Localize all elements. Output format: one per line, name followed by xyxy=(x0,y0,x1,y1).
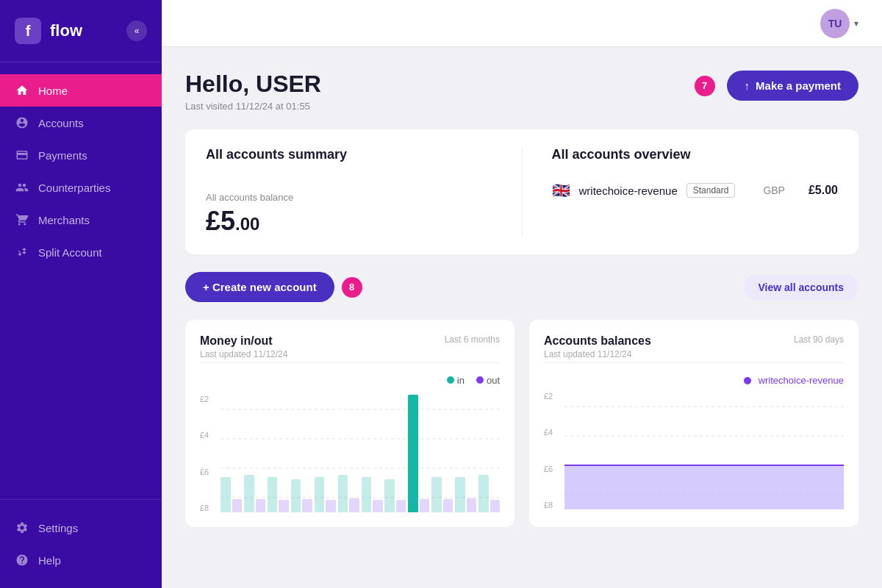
sidebar-item-payments-label: Payments xyxy=(38,149,87,162)
balance-legend-dot xyxy=(744,377,751,384)
chevron-down-icon: ▾ xyxy=(854,18,858,29)
last-visited-text: Last visited 11/12/24 at 01:55 xyxy=(185,101,321,112)
bar-group xyxy=(220,477,242,512)
bar-in xyxy=(455,477,465,512)
help-icon xyxy=(15,553,29,567)
hero-actions: 7 ↑ Make a payment xyxy=(695,71,858,101)
logo-text: flow xyxy=(50,21,82,40)
bar-in xyxy=(268,477,277,512)
bar-group xyxy=(478,475,500,512)
sidebar-item-help-label: Help xyxy=(38,554,61,567)
bar-out xyxy=(467,498,476,512)
bar-group xyxy=(431,477,453,512)
bar-chart-container: £8 £6 £4 £2 xyxy=(200,395,500,512)
account-row: 🇬🇧 writechoice-revenue Standard GBP £5.0… xyxy=(552,174,839,207)
sidebar-item-help[interactable]: Help xyxy=(0,544,162,576)
sidebar-item-accounts-label: Accounts xyxy=(38,117,84,129)
money-inout-chart-card: Money in/out Last updated 11/12/24 Last … xyxy=(185,320,514,527)
line-chart-container: £8 £6 £4 £2 xyxy=(544,392,844,509)
actions-row: + Create new account 8 View all accounts xyxy=(185,272,858,302)
bar-group xyxy=(384,479,406,512)
main-area: TU ▾ Hello, USER Last visited 11/12/24 a… xyxy=(162,0,882,588)
svg-marker-8 xyxy=(564,465,844,509)
bar-in xyxy=(291,479,301,512)
bar-group xyxy=(455,477,476,512)
bar-out xyxy=(420,499,429,512)
bar-out xyxy=(302,499,312,512)
account-balance: £5.00 xyxy=(808,184,838,197)
out-legend-label: out xyxy=(487,375,500,386)
balances-y-labels: £8 £6 £4 £2 xyxy=(544,392,559,509)
charts-row: Money in/out Last updated 11/12/24 Last … xyxy=(185,320,858,527)
sidebar-item-accounts[interactable]: Accounts xyxy=(0,107,162,139)
balance-amount: £5.00 xyxy=(206,206,492,237)
summary-card: All accounts summary All accounts balanc… xyxy=(185,129,858,254)
bar-out xyxy=(396,500,406,512)
create-account-area: + Create new account 8 xyxy=(185,272,365,302)
page-title: Hello, USER xyxy=(185,71,321,98)
user-avatar: TU xyxy=(820,9,850,38)
all-accounts-overview: All accounts overview 🇬🇧 writechoice-rev… xyxy=(523,147,839,237)
payment-arrow-icon: ↑ xyxy=(745,79,750,92)
sidebar-item-counterparties[interactable]: Counterparties xyxy=(0,171,162,204)
sidebar-collapse-button[interactable]: « xyxy=(126,21,147,41)
sidebar-item-settings[interactable]: Settings xyxy=(0,512,162,544)
bar-chart-wrapper xyxy=(220,395,500,512)
user-menu[interactable]: TU ▾ xyxy=(820,9,858,38)
bar-group xyxy=(338,475,359,512)
bar-in xyxy=(220,477,230,512)
money-chart-header: Money in/out Last updated 11/12/24 Last … xyxy=(200,334,500,359)
account-name: writechoice-revenue xyxy=(579,184,678,197)
hero-badge-7: 7 xyxy=(695,76,715,96)
balances-chart-legend: writechoice-revenue xyxy=(544,375,844,386)
bar-in xyxy=(315,477,324,512)
balances-chart-card: Accounts balances Last updated 11/12/24 … xyxy=(529,320,858,527)
sidebar-item-home[interactable]: Home xyxy=(0,74,162,107)
balances-chart-updated: Last updated 11/12/24 xyxy=(544,349,651,359)
money-chart-legend: in out xyxy=(200,375,500,386)
out-legend-dot xyxy=(476,376,484,384)
balances-svg xyxy=(564,392,844,509)
bar-in xyxy=(384,479,394,512)
in-legend-label: in xyxy=(457,375,465,386)
balances-area-chart xyxy=(564,392,844,509)
sidebar-item-merchants-label: Merchants xyxy=(38,214,90,226)
hero-section: Hello, USER Last visited 11/12/24 at 01:… xyxy=(185,71,858,112)
bar-out xyxy=(490,500,500,512)
bar-in xyxy=(431,477,441,512)
create-account-button[interactable]: + Create new account xyxy=(185,272,334,302)
balance-legend-label: writechoice-revenue xyxy=(759,375,844,386)
sidebar-item-settings-label: Settings xyxy=(38,522,78,534)
bar-out xyxy=(256,499,265,512)
balance-label: All accounts balance xyxy=(206,192,492,203)
sidebar-item-split-account-label: Split Account xyxy=(38,246,102,259)
bar-out xyxy=(349,498,359,512)
bar-group xyxy=(268,477,289,512)
bar-in xyxy=(338,475,348,512)
page-content: Hello, USER Last visited 11/12/24 at 01:… xyxy=(162,47,882,588)
badge-8: 8 xyxy=(342,277,362,298)
sidebar-item-split-account[interactable]: Split Account xyxy=(0,236,162,268)
view-all-accounts-button[interactable]: View all accounts xyxy=(744,274,858,301)
sidebar: f flow « Home Accounts Payments xyxy=(0,0,162,588)
make-payment-button[interactable]: ↑ Make a payment xyxy=(727,71,858,101)
merchants-icon xyxy=(15,212,29,227)
money-chart-updated: Last updated 11/12/24 xyxy=(200,349,287,359)
summary-sections: All accounts summary All accounts balanc… xyxy=(206,147,838,237)
bar-out xyxy=(232,499,242,512)
account-currency: GBP xyxy=(763,184,785,196)
y-axis-labels: £8 £6 £4 £2 xyxy=(200,395,215,512)
bar-out xyxy=(279,500,288,512)
balances-chart-period: Last 90 days xyxy=(794,334,844,345)
bar-in xyxy=(362,477,371,512)
settings-icon xyxy=(15,520,29,535)
logo-icon: f xyxy=(15,18,41,44)
bar-group xyxy=(291,479,312,512)
bar-group xyxy=(244,475,265,512)
sidebar-item-payments[interactable]: Payments xyxy=(0,139,162,171)
account-type-badge: Standard xyxy=(686,183,736,198)
sidebar-bottom: Settings Help xyxy=(0,499,162,588)
sidebar-item-merchants[interactable]: Merchants xyxy=(0,204,162,236)
bar-group xyxy=(408,395,429,512)
hero-greeting-area: Hello, USER Last visited 11/12/24 at 01:… xyxy=(185,71,321,112)
